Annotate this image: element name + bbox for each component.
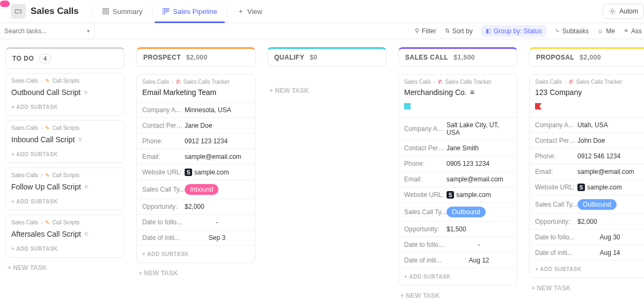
tab-label: View xyxy=(247,8,262,16)
script-icon: ✎ xyxy=(45,172,49,178)
phone-icon: ✆ xyxy=(438,79,442,85)
search-input[interactable] xyxy=(4,27,84,35)
field-company-address: Minnesota, USA xyxy=(185,106,231,114)
new-task-button[interactable]: + NEW TASK xyxy=(398,286,517,306)
field-follow-date: - xyxy=(447,241,511,248)
task-card-script[interactable]: Sales Calls›✎Call ScriptsFollow Up Call … xyxy=(5,167,125,210)
column-header-proposal[interactable]: PROPOSAL $2,000 xyxy=(529,47,644,67)
description-icon: ≡ xyxy=(84,89,87,96)
field-email: sample@email.com xyxy=(577,168,634,176)
field-phone: 0912 546 1234 xyxy=(577,152,620,160)
add-subtask-button[interactable]: + ADD SUBTASK xyxy=(137,245,255,262)
badge-outbound: Outbound xyxy=(447,207,486,217)
chevron-down-icon: ▾ xyxy=(87,28,90,34)
field-opportunity: $2,000 xyxy=(577,218,597,225)
add-subtask-button[interactable]: + ADD SUBTASK xyxy=(399,268,517,285)
new-task-button[interactable]: + NEW TASK xyxy=(5,258,125,278)
column-title: SALES CALL xyxy=(405,54,448,61)
svg-rect-3 xyxy=(106,12,108,14)
tab-add-view[interactable]: ＋ View xyxy=(230,0,270,23)
field-phone: 0905 123 1234 xyxy=(447,160,489,167)
svg-rect-6 xyxy=(167,9,169,11)
tab-label: Summary xyxy=(113,8,143,16)
task-card-script[interactable]: Sales Calls›✎Call ScriptsOutbound Call S… xyxy=(5,73,125,116)
plus-icon: ＋ xyxy=(237,6,244,16)
task-card-salescall[interactable]: Sales Calls› ✆ Sales Calls Tracker Merch… xyxy=(398,74,517,286)
task-card-proposal[interactable]: Sales Calls› ✆ Sales Calls Tracker 123 C… xyxy=(529,74,644,278)
new-task-button[interactable]: + NEW TASK xyxy=(136,263,255,283)
column-proposal: PROPOSAL $2,000 Sales Calls› ✆ Sales Cal… xyxy=(529,47,644,306)
column-prospect: PROSPECT $2,000 Sales Calls› ✆ Sales Cal… xyxy=(136,47,255,306)
task-title: Aftersales Call Script≡ xyxy=(11,230,119,238)
search-input-wrap[interactable]: ▾ xyxy=(0,23,94,39)
subtasks-button[interactable]: ⤷ Subtasks xyxy=(555,27,589,35)
field-contact-person: John Doe xyxy=(577,137,605,144)
me-button[interactable]: ☺ Me xyxy=(597,27,615,35)
sortby-button[interactable]: ⇅ Sort by xyxy=(445,27,473,35)
filter-button[interactable]: ⚲ Filter xyxy=(415,27,436,35)
task-title: 123 Company xyxy=(530,85,644,102)
phone-icon: ✆ xyxy=(176,79,180,85)
task-title: Outbound Call Script≡ xyxy=(11,88,119,97)
column-header-salescall[interactable]: SALES CALL $1,500 xyxy=(398,47,517,67)
folder-icon[interactable] xyxy=(11,4,26,19)
divider xyxy=(94,23,94,39)
breadcrumb: Sales Calls› ✆ Sales Calls Tracker xyxy=(137,75,255,85)
column-money: $0 xyxy=(310,54,317,61)
groupby-label: Group by: Status xyxy=(494,27,542,35)
divider xyxy=(92,6,92,17)
add-subtask-button[interactable]: + ADD SUBTASK xyxy=(11,151,119,157)
add-subtask-button[interactable]: + ADD SUBTASK xyxy=(11,246,119,252)
column-count-badge: 4 xyxy=(39,54,51,63)
app-header: Sales Calls Summary Sales Pipeline ＋ Vie… xyxy=(0,0,644,23)
tab-sales-pipeline[interactable]: Sales Pipeline xyxy=(155,0,224,23)
users-icon: ⚭ xyxy=(624,27,628,34)
field-company-address: Utah, USA xyxy=(577,121,608,129)
field-website[interactable]: sample.com xyxy=(185,169,229,176)
column-header-qualify[interactable]: QUALIFY $0 xyxy=(267,47,386,67)
field-follow-date: - xyxy=(185,218,250,226)
task-card-script[interactable]: Sales Calls›✎Call ScriptsAftersales Call… xyxy=(5,215,125,258)
task-title: Merchandising Co. ≡ xyxy=(399,85,517,102)
field-website[interactable]: sample.com xyxy=(577,184,622,191)
svg-rect-2 xyxy=(103,12,105,14)
assignee-button[interactable]: ⚭ Ass xyxy=(624,27,644,35)
column-qualify: QUALIFY $0 + NEW TASK xyxy=(267,47,386,306)
add-subtask-button[interactable]: + ADD SUBTASK xyxy=(11,104,119,110)
breadcrumb: Sales Calls›✎Call Scripts xyxy=(11,78,119,84)
svg-rect-5 xyxy=(165,9,167,12)
field-opportunity: $2,000 xyxy=(185,203,204,210)
automations-button[interactable]: Autom xyxy=(603,4,644,19)
automations-label: Autom xyxy=(619,8,638,15)
field-initial-date: Aug 12 xyxy=(447,257,511,264)
field-initial-date: Aug 14 xyxy=(577,249,642,257)
new-task-button[interactable]: + NEW TASK xyxy=(267,81,386,101)
tab-summary[interactable]: Summary xyxy=(94,0,150,23)
task-card-prospect[interactable]: Sales Calls› ✆ Sales Calls Tracker Email… xyxy=(136,74,255,263)
svg-rect-1 xyxy=(106,9,108,11)
task-card-script[interactable]: Sales Calls›✎Call ScriptsInbound Call Sc… xyxy=(5,120,125,163)
breadcrumb: Sales Calls›✎Call Scripts xyxy=(11,172,119,178)
column-title: PROPOSAL xyxy=(536,54,574,61)
column-title: QUALIFY xyxy=(274,54,304,61)
badge-inbound: Inbound xyxy=(185,184,218,195)
column-title: PROSPECT xyxy=(143,54,181,61)
task-title: Follow Up Call Script≡ xyxy=(11,182,119,191)
add-subtask-button[interactable]: + ADD SUBTASK xyxy=(11,199,119,204)
field-website[interactable]: sample.com xyxy=(447,191,491,199)
column-header-prospect[interactable]: PROSPECT $2,000 xyxy=(136,47,255,67)
column-title: TO DO xyxy=(12,55,34,62)
groupby-button[interactable]: ◧ Group by: Status xyxy=(481,25,546,37)
column-header-todo[interactable]: TO DO 4 xyxy=(5,47,125,69)
field-opportunity: $1,500 xyxy=(447,225,466,233)
description-icon: ≡ xyxy=(84,230,88,238)
task-title: Inbound Call Script≡ xyxy=(11,135,119,144)
column-money: $1,500 xyxy=(453,54,475,61)
me-label: Me xyxy=(606,27,615,35)
description-icon: ≡ xyxy=(84,183,88,191)
new-task-button[interactable]: + NEW TASK xyxy=(529,278,644,298)
add-subtask-button[interactable]: + ADD SUBTASK xyxy=(530,260,644,277)
breadcrumb: Sales Calls›✎Call Scripts xyxy=(11,125,119,131)
field-follow-date: Aug 30 xyxy=(577,233,642,241)
sort-icon: ⇅ xyxy=(445,27,450,34)
